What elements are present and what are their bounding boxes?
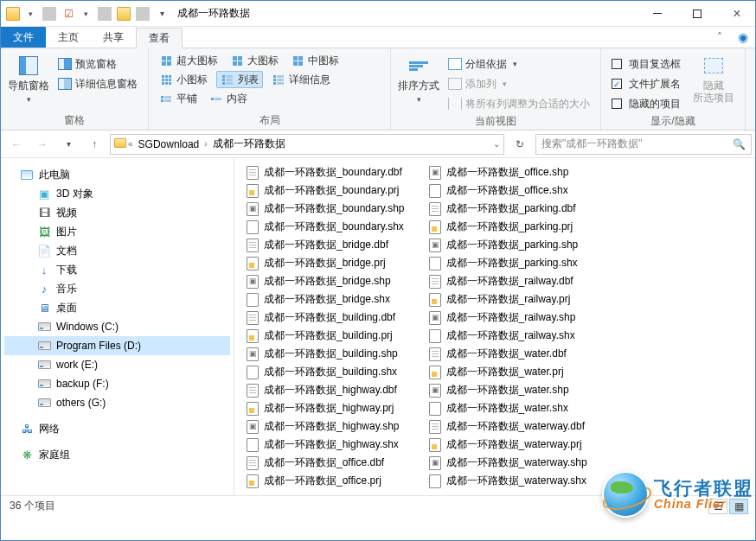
nav-tree-child[interactable]: Windows (C:) xyxy=(4,317,230,336)
file-item[interactable]: 成都一环路数据_railway.shp xyxy=(426,309,591,327)
file-extensions-toggle[interactable]: ✓文件扩展名 xyxy=(608,75,684,92)
file-item[interactable]: 成都一环路数据_water.shp xyxy=(426,381,591,399)
layout-large-icons[interactable]: 大图标 xyxy=(227,52,282,69)
nav-tree-child[interactable]: work (E:) xyxy=(4,355,230,374)
help-button[interactable]: ◉ xyxy=(729,27,756,48)
layout-tiles[interactable]: 平铺 xyxy=(156,90,201,107)
back-button[interactable]: ← xyxy=(6,134,27,155)
nav-tree-child[interactable]: ↓下载 xyxy=(4,260,230,279)
file-item[interactable]: 成都一环路数据_building.prj xyxy=(243,327,408,345)
qat-dropdown-icon[interactable]: ▾ xyxy=(79,7,93,21)
file-item[interactable]: 成都一环路数据_building.dbf xyxy=(243,309,408,327)
nav-tree-child[interactable]: 🎞视频 xyxy=(4,203,230,222)
nav-tree-child[interactable]: ♪音乐 xyxy=(4,279,230,298)
nav-tree-child[interactable]: backup (F:) xyxy=(4,374,230,393)
tab-home[interactable]: 主页 xyxy=(46,27,91,48)
layout-medium-icons[interactable]: 中图标 xyxy=(287,52,343,69)
file-item[interactable]: 成都一环路数据_parking.dbf xyxy=(426,200,591,218)
file-item[interactable]: 成都一环路数据_parking.prj xyxy=(426,218,591,236)
layout-extra-large-icons[interactable]: 超大图标 xyxy=(156,52,221,69)
file-list[interactable]: 成都一环路数据_boundary.dbf成都一环路数据_boundary.prj… xyxy=(234,158,756,495)
options-button[interactable]: 选项 ▾ xyxy=(753,52,756,114)
details-view-button[interactable]: ☰ xyxy=(708,499,727,514)
search-input[interactable]: 搜索"成都一环路数据" 🔍 xyxy=(535,134,752,155)
preview-pane-button[interactable]: 预览窗格 xyxy=(54,55,141,73)
file-item[interactable]: 成都一环路数据_railway.prj xyxy=(426,290,591,309)
navigation-pane-button[interactable]: 导航窗格 ▾ xyxy=(8,52,49,111)
file-item[interactable]: 成都一环路数据_office.dbf xyxy=(243,454,408,472)
file-item[interactable]: 成都一环路数据_waterway.shp xyxy=(426,454,591,472)
file-item[interactable]: 成都一环路数据_office.shx xyxy=(426,181,591,200)
tab-view[interactable]: 查看 xyxy=(136,28,183,48)
file-item[interactable]: 成都一环路数据_parking.shp xyxy=(426,236,591,254)
file-item[interactable]: 成都一环路数据_waterway.dbf xyxy=(426,417,591,436)
file-name: 成都一环路数据_water.dbf xyxy=(446,347,567,361)
file-item[interactable]: 成都一环路数据_boundary.shp xyxy=(243,200,408,218)
nav-tree-child[interactable]: 🖼图片 xyxy=(4,222,230,241)
forward-button[interactable]: → xyxy=(32,134,53,155)
file-item[interactable]: 成都一环路数据_boundary.shx xyxy=(243,218,408,236)
minimize-ribbon-button[interactable]: ˄ xyxy=(710,27,729,48)
file-item[interactable]: 成都一环路数据_waterway.shx xyxy=(426,472,591,490)
file-item[interactable]: 成都一环路数据_parking.shx xyxy=(426,254,591,272)
layout-details[interactable]: 详细信息 xyxy=(268,71,334,88)
hidden-items-toggle[interactable]: 隐藏的项目 xyxy=(608,95,684,112)
file-name: 成都一环路数据_office.shp xyxy=(446,165,569,180)
chevron-right-icon[interactable]: « xyxy=(128,139,133,149)
file-item[interactable]: 成都一环路数据_highway.prj xyxy=(243,399,408,417)
minimize-button[interactable] xyxy=(637,1,677,27)
nav-tree-child[interactable]: 🖥桌面 xyxy=(4,298,230,317)
file-item[interactable]: 成都一环路数据_water.prj xyxy=(426,363,591,381)
icons-view-button[interactable]: ▦ xyxy=(729,499,748,514)
file-item[interactable]: 成都一环路数据_bridge.dbf xyxy=(243,236,408,254)
file-item[interactable]: 成都一环路数据_boundary.dbf xyxy=(243,163,408,181)
file-item[interactable]: 成都一环路数据_water.dbf xyxy=(426,345,591,363)
file-item[interactable]: 成都一环路数据_highway.shp xyxy=(243,417,408,436)
nav-tree-root[interactable]: ❋家庭组 xyxy=(4,445,230,464)
file-item[interactable]: 成都一环路数据_office.shp xyxy=(426,163,591,181)
file-item[interactable]: 成都一环路数据_bridge.shx xyxy=(243,290,408,309)
file-item[interactable]: 成都一环路数据_railway.shx xyxy=(426,327,591,345)
size-columns-icon xyxy=(448,98,462,110)
breadcrumb[interactable]: 成都一环路数据 xyxy=(209,137,289,151)
tab-file[interactable]: 文件 xyxy=(1,27,46,48)
group-by-button[interactable]: 分组依据▾ xyxy=(445,55,593,73)
file-item[interactable]: 成都一环路数据_office.prj xyxy=(243,472,408,490)
file-item[interactable]: 成都一环路数据_highway.shx xyxy=(243,436,408,454)
address-dropdown-icon[interactable]: ⌄ xyxy=(493,139,500,149)
nav-tree-root[interactable]: 此电脑 xyxy=(4,165,230,184)
file-item[interactable]: 成都一环路数据_boundary.prj xyxy=(243,181,408,200)
file-item[interactable]: 成都一环路数据_building.shp xyxy=(243,345,408,363)
nav-tree-child[interactable]: Program Files (D:) xyxy=(4,336,230,355)
file-item[interactable]: 成都一环路数据_water.shx xyxy=(426,399,591,417)
chevron-down-icon[interactable]: ▾ xyxy=(155,7,169,21)
file-item[interactable]: 成都一环路数据_waterway.prj xyxy=(426,436,591,454)
file-item[interactable]: 成都一环路数据_bridge.shp xyxy=(243,272,408,290)
details-pane-button[interactable]: 详细信息窗格 xyxy=(54,75,141,92)
nav-tree-root[interactable]: 🖧网络 xyxy=(4,419,230,438)
recent-locations-button[interactable]: ▾ xyxy=(58,134,79,155)
chevron-right-icon[interactable]: › xyxy=(204,139,207,149)
nav-tree-child[interactable]: others (G:) xyxy=(4,393,230,412)
nav-tree-child[interactable]: 📄文档 xyxy=(4,241,230,260)
breadcrumb[interactable]: SGDownload xyxy=(135,138,203,150)
qat-dropdown-icon[interactable]: ▾ xyxy=(23,7,37,21)
close-button[interactable]: × xyxy=(717,1,756,27)
refresh-button[interactable]: ↻ xyxy=(509,134,530,155)
maximize-button[interactable] xyxy=(677,1,717,27)
address-box[interactable]: « SGDownload › 成都一环路数据 ⌄ xyxy=(110,134,504,155)
checkbox-selected-icon[interactable]: ☑ xyxy=(61,7,75,21)
file-item[interactable]: 成都一环路数据_bridge.prj xyxy=(243,254,408,272)
layout-list[interactable]: 列表 xyxy=(216,71,263,88)
layout-content[interactable]: 内容 xyxy=(206,90,251,107)
file-item[interactable]: 成都一环路数据_railway.dbf xyxy=(426,272,591,290)
nav-tree-child[interactable]: ▣3D 对象 xyxy=(4,184,230,203)
file-item[interactable]: 成都一环路数据_building.shx xyxy=(243,363,408,381)
navigation-tree[interactable]: 此电脑▣3D 对象🎞视频🖼图片📄文档↓下载♪音乐🖥桌面Windows (C:)P… xyxy=(1,158,234,495)
tab-share[interactable]: 共享 xyxy=(91,27,136,48)
sort-by-button[interactable]: 排序方式 ▾ xyxy=(398,52,439,112)
file-item[interactable]: 成都一环路数据_highway.dbf xyxy=(243,381,408,399)
layout-small-icons[interactable]: 小图标 xyxy=(156,71,211,88)
item-checkboxes-toggle[interactable]: 项目复选框 xyxy=(608,55,684,73)
up-button[interactable]: ↑ xyxy=(84,134,105,155)
